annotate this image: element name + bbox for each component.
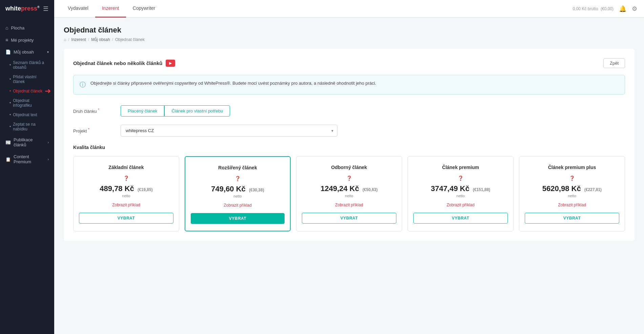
projekt-select[interactable]: whitepress CZ [121,125,337,137]
tab-vydavatel[interactable]: Vydavatel [61,0,95,18]
breadcrumb-home-icon: ⌂ [64,37,66,42]
tab-copywriter[interactable]: Copywriter [126,0,162,18]
chevron-right-icon-publikace: › [48,141,49,144]
help-icon-zakladni[interactable]: ❓ [79,175,173,181]
card-title-premium: Článek premium [413,165,508,170]
breadcrumb-muj-obsah[interactable]: Můj obsah [91,37,110,42]
sidebar-label-muj-obsah: Můj obsah [14,49,34,55]
nav-tabs: Vydavatel Inzerent Copywriter [61,0,162,18]
info-box: ⓘ Objednejte si články připravené ověřen… [73,75,625,95]
card-rozsireny[interactable]: Rozšířený článek ❓ 749,60 Kč (€30,38) ne… [185,156,291,231]
sidebar-item-plocha[interactable]: ⌂ Plocha [0,22,54,34]
sidebar-section-content-premium[interactable]: 📋 Content Premium › [0,151,54,168]
layout: ⌂ Plocha ≡ Mé projekty 📄 Můj obsah ▾ Sez… [0,18,644,334]
notification-icon[interactable]: 🔔 [619,5,626,13]
section-title: Objednat článek nebo několik článků ▶ [73,60,175,67]
sidebar-sub-label-pridat: Přidat vlastní článek [13,75,49,84]
card-odborny[interactable]: Odborný článek ❓ 1249,24 Kč (€50,63) net… [296,156,402,231]
sidebar-sub-label-seznam: Seznam článků a obsahů [13,60,49,70]
info-icon: ⓘ [80,80,86,89]
card-netto-premium-plus: netto [525,194,619,198]
sidebar-item-objednat-clanek[interactable]: Objednat článek [0,86,54,96]
hamburger-icon[interactable]: ☰ [43,5,48,13]
youtube-icon: ▶ [169,61,172,65]
sidebar-section-publikace[interactable]: 📰 Publikace článků › [0,134,54,151]
sidebar-sub-label-infografiku: Objednat infografiku [13,98,49,108]
card-premium[interactable]: Článek premium ❓ 3747,49 Kč (€151,88) ne… [408,156,514,231]
form-label-druh: Druh článku * [73,108,114,114]
form-row-projekt: Projekt * whitepress CZ ▾ [73,125,625,137]
logo-reg: ® [37,5,40,9]
top-nav: whitepress® ☰ Vydavatel Inzerent Copywri… [0,0,644,18]
card-example-zakladni[interactable]: Zobrazit příklad [79,203,173,207]
publikace-icon: 📰 [5,140,11,145]
select-btn-zakladni[interactable]: VYBRAT [79,213,173,224]
logo-text: whitepress® [5,5,40,12]
logo: whitepress® ☰ [0,0,54,18]
card-netto-odborny: netto [302,194,396,198]
select-btn-odborny[interactable]: VYBRAT [302,213,396,224]
chevron-down-icon: ▾ [47,50,49,54]
toggle-vlastni[interactable]: Článek pro vlastní potřebu [164,105,230,117]
help-icon-rozsireny[interactable]: ❓ [191,176,285,181]
card-example-premium-plus[interactable]: Zobrazit příklad [525,203,619,207]
back-button[interactable]: Zpět [603,58,625,68]
premium-icon: 📋 [5,157,11,162]
balance-display: 0,00 Kč brutto (€0,00) [573,6,614,11]
sidebar-label-content-premium: Content Premium [14,154,45,164]
sidebar-item-projekty[interactable]: ≡ Mé projekty [0,34,54,46]
page-title: Objednat článek [64,26,635,35]
card-price-premium: 3747,49 Kč (€151,88) [413,184,508,193]
sidebar: ⌂ Plocha ≡ Mé projekty 📄 Můj obsah ▾ Sez… [0,18,54,334]
card-price-odborny: 1249,24 Kč (€50,63) [302,184,396,193]
sidebar-label-projekty: Mé projekty [11,38,34,43]
content-icon: 📄 [5,49,11,55]
sidebar-sub-label-text: Objednat text [13,112,37,117]
card-title-zakladni: Základní článek [79,165,173,170]
sidebar-item-seznam-clanku[interactable]: Seznam článků a obsahů [0,58,54,72]
info-text: Objednejte si články připravené ověřeným… [90,80,376,87]
card-example-odborny[interactable]: Zobrazit příklad [302,203,396,207]
nav-right: 0,00 Kč brutto (€0,00) 🔔 ⚙ [573,5,637,13]
card-title-rozsireny: Rozšířený článek [191,165,285,170]
form-label-projekt: Projekt * [73,127,114,133]
settings-icon[interactable]: ⚙ [632,5,637,13]
breadcrumb-current: Objednat článek [115,37,145,42]
sidebar-sub-label-objednat: Objednat článek [13,89,42,93]
home-icon: ⌂ [5,25,8,30]
breadcrumb: ⌂ / Inzerent / Můj obsah / Objednat člán… [64,37,635,42]
card-netto-premium: netto [413,194,508,198]
tab-inzerent[interactable]: Inzerent [95,0,126,18]
quality-cards-grid: Základní článek ❓ 489,78 Kč (€19,85) net… [73,156,625,231]
help-icon-odborny[interactable]: ❓ [302,175,396,181]
card-premium-plus[interactable]: Článek premium plus ❓ 5620,98 Kč (€227,8… [519,156,625,231]
sidebar-item-objednat-infografiku[interactable]: Objednat infografiku [0,96,54,110]
form-row-druh: Druh článku * Placený článek Článek pro … [73,105,625,117]
druh-toggle-group: Placený článek Článek pro vlastní potřeb… [121,105,230,117]
sidebar-item-zeptat-se[interactable]: Zeptat se na nabídku [0,120,54,134]
card-example-premium[interactable]: Zobrazit příklad [413,203,508,207]
card-title-odborny: Odborný článek [302,165,396,170]
card-example-rozsireny[interactable]: Zobrazit příklad [191,203,285,208]
card-netto-zakladni: netto [79,194,173,198]
sidebar-label-publikace: Publikace článků [14,137,45,147]
main-card: Objednat článek nebo několik článků ▶ Zp… [64,49,635,241]
select-btn-rozsireny[interactable]: VYBRAT [191,213,285,224]
toggle-placeny[interactable]: Placený článek [121,105,164,117]
select-btn-premium-plus[interactable]: VYBRAT [525,213,619,224]
sidebar-item-objednat-text[interactable]: Objednat text [0,110,54,120]
breadcrumb-inzerent[interactable]: Inzerent [71,37,86,42]
youtube-button[interactable]: ▶ [166,60,175,67]
sidebar-label-plocha: Plocha [11,25,24,30]
help-icon-premium-plus[interactable]: ❓ [525,175,619,181]
quality-label: Kvalita článku [73,145,625,150]
chevron-right-icon-premium: › [48,158,49,161]
projects-icon: ≡ [5,37,8,43]
sidebar-section-muj-obsah[interactable]: 📄 Můj obsah ▾ [0,46,54,58]
sidebar-sub-label-zeptat: Zeptat se na nabídku [13,122,49,131]
section-header: Objednat článek nebo několik článků ▶ Zp… [73,58,625,68]
select-btn-premium[interactable]: VYBRAT [413,213,508,224]
sidebar-item-pridat-vlastni[interactable]: Přidat vlastní článek [0,72,54,86]
help-icon-premium[interactable]: ❓ [413,175,508,181]
card-zakladni[interactable]: Základní článek ❓ 489,78 Kč (€19,85) net… [73,156,179,231]
